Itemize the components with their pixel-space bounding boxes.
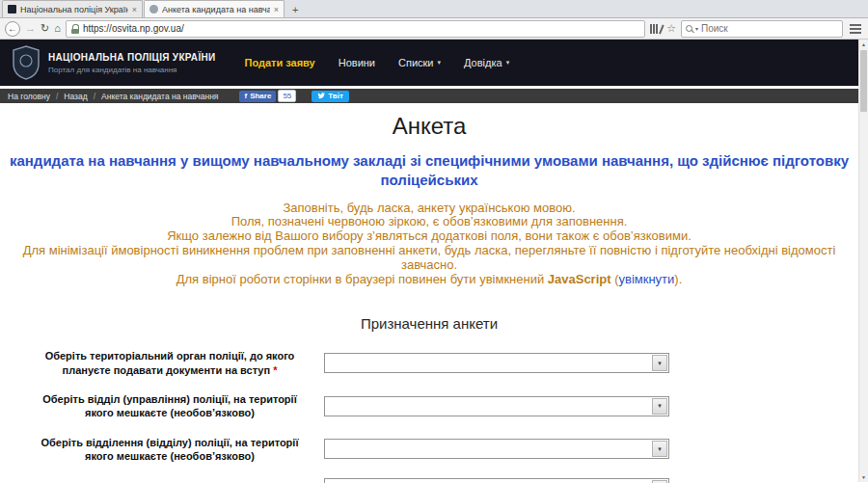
form-row: Оберіть відділення (відділу) поліції, на… [27,436,858,464]
home-button[interactable]: ⌂ [54,23,61,34]
page-scrollbar[interactable]: ▲ ▼ [858,40,868,482]
brand-block: НАЦІОНАЛЬНА ПОЛІЦІЯ УКРАЇНИ Портал для к… [48,52,215,74]
address-bar[interactable] [66,20,645,38]
bookmark-star-icon[interactable]: ☆ [666,22,676,35]
twitter-bird-icon [317,93,325,99]
facebook-share-button[interactable]: f Share [239,91,276,102]
tab-favicon [149,5,158,13]
facebook-icon: f [244,92,247,100]
reload-button[interactable]: ↻ [41,23,49,34]
scroll-down-arrow[interactable]: ▼ [859,474,868,480]
scrollbar-thumb[interactable] [860,50,867,112]
tab-title: Національна поліція України [20,5,128,14]
breadcrumb-home-link[interactable]: На головну [8,92,50,101]
instructions: Заповніть, будь ласка, анкету українсько… [0,201,858,287]
enable-javascript-link[interactable]: увімкнути [619,272,675,286]
instruction-line: Якщо залежно від Вашого вибору з’являтьс… [0,229,858,244]
close-tab-icon[interactable]: × [132,5,137,14]
form-row: ▾ [27,478,858,483]
close-tab-icon[interactable]: × [274,5,279,14]
form-row: Оберіть територіальний орган поліції, до… [27,349,858,377]
field-label-department: Оберіть відділ (управління) поліції, на … [27,392,312,420]
select-territorial-organ[interactable]: ▾ [324,353,669,373]
chevron-down-icon: ▾ [438,59,442,67]
tab-favicon [8,5,16,13]
tab-strip: Національна поліція України × Анкета кан… [0,0,868,18]
bookmarks-list-icon[interactable] [650,24,662,34]
anketa-form: Оберіть територіальний орган поліції, до… [27,349,858,483]
search-input[interactable] [701,23,838,34]
page-title: Анкета [0,113,858,140]
scroll-up-arrow[interactable]: ▲ [859,41,868,47]
url-input[interactable] [83,23,639,34]
tweet-button[interactable]: Твіт [312,91,349,102]
field-label-division: Оберіть відділення (відділу) поліції, на… [27,436,312,464]
javascript-note: Для вірної роботи сторінки в браузері по… [0,273,858,287]
menu-icon[interactable] [848,22,863,36]
instruction-line: Поля, позначені червоною зіркою, є обов’… [0,215,858,229]
field-label-territorial-organ: Оберіть територіальний орган поліції, до… [27,349,312,377]
nav-news[interactable]: Новини [339,57,375,68]
main-nav: Подати заяву Новини Списки ▾ Довідка ▾ [244,57,509,68]
page-viewport: НАЦІОНАЛЬНА ПОЛІЦІЯ УКРАЇНИ Портал для к… [0,40,868,482]
nav-help[interactable]: Довідка ▾ [464,57,509,68]
new-tab-button[interactable]: + [285,2,305,17]
police-shield-logo [12,45,41,80]
dropdown-arrow-icon[interactable]: ▾ [652,398,667,415]
page-subtitle: кандидата на навчання у вищому навчально… [2,151,856,190]
breadcrumb: На головну / Назад / Анкета кандидата на… [0,89,858,103]
breadcrumb-separator: / [94,92,95,101]
required-marker: * [273,364,277,376]
dropdown-arrow-icon[interactable]: ▾ [652,355,667,371]
tab-anketa[interactable]: Анкета кандидата на навчання × [144,0,285,17]
instruction-line: Для мінімізації ймовірності виникнення п… [0,244,858,273]
breadcrumb-back-link[interactable]: Назад [64,92,87,101]
search-icon [686,25,692,32]
back-button[interactable]: ← [5,21,20,37]
nav-lists[interactable]: Списки ▾ [398,57,441,68]
facebook-share-count: 55 [278,90,296,102]
dropdown-arrow-icon[interactable]: ▾ [652,441,667,457]
breadcrumb-current: Анкета кандидата на навчання [101,92,218,101]
site-header: НАЦІОНАЛЬНА ПОЛІЦІЯ УКРАЇНИ Портал для к… [0,40,858,86]
select-department[interactable]: ▾ [324,396,669,416]
search-engine-caret-icon[interactable]: ▾ [695,25,698,32]
site-subtitle: Портал для кандидатів на навчання [48,66,215,74]
browser-toolbar: ← → ↻ ⌂ ☆ ▾ [0,18,868,40]
chevron-down-icon: ▾ [506,59,510,67]
form-page: Анкета кандидата на навчання у вищому на… [0,113,858,483]
form-row: Оберіть відділ (управління) поліції, на … [27,392,858,420]
breadcrumb-separator: / [56,92,58,101]
tab-police-home[interactable]: Національна поліція України × [2,0,143,17]
tab-title: Анкета кандидата на навчання [162,5,270,14]
instruction-line: Заповніть, будь ласка, анкету українсько… [0,201,858,216]
select-division[interactable]: ▾ [324,439,669,459]
section-title: Призначення анкети [0,315,858,332]
nav-submit-application[interactable]: Подати заяву [244,57,314,68]
select-next[interactable]: ▾ [324,478,669,483]
site-title: НАЦІОНАЛЬНА ПОЛІЦІЯ УКРАЇНИ [48,52,215,63]
facebook-share-widget: f Share 55 [239,90,296,102]
forward-button[interactable]: → [25,23,36,34]
lock-icon [71,24,79,34]
search-box[interactable]: ▾ [681,20,843,38]
